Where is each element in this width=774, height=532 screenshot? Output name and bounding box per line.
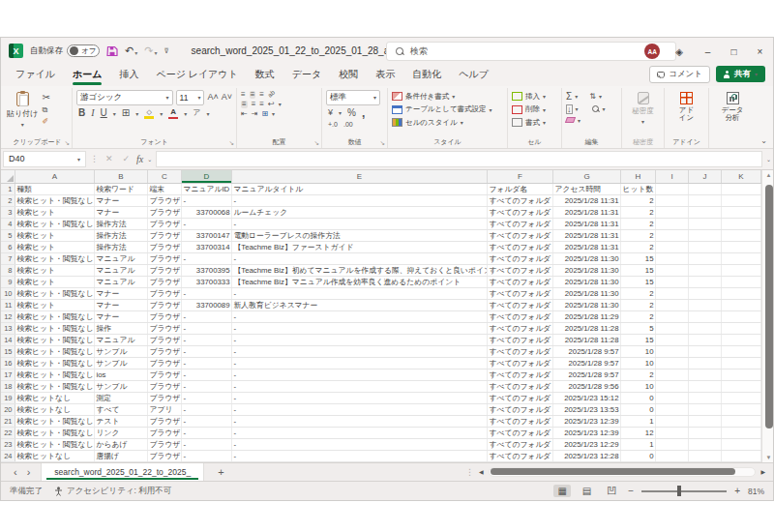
document-title[interactable]: search_word_2025_01_22_to_2025_01_28_a…∨ [192,45,408,56]
cell-E20[interactable]: - [232,404,488,415]
cell-D22[interactable]: - [182,428,232,438]
sheet-tab-active[interactable]: search_word_2025_01_22_to_2025_ [41,463,204,482]
cell-J8[interactable] [689,265,722,276]
cell-F11[interactable]: すべてのフォルダ [488,300,553,310]
cell-K9[interactable] [722,277,761,287]
cell-A18[interactable]: 検索ヒット・閲覧なし [15,381,95,392]
font-name-select[interactable]: 游ゴシック▾ [76,90,173,105]
cell-E2[interactable]: - [232,195,488,206]
cell-I1[interactable] [656,184,689,194]
cell-E4[interactable]: - [232,219,488,229]
cell-H19[interactable]: 0 [621,393,656,403]
cell-D10[interactable]: - [182,288,232,299]
cell-H12[interactable]: 2 [621,311,656,322]
zoom-in-button[interactable]: + [734,486,740,496]
cell-C19[interactable]: ブラウザ [148,393,182,403]
cell-I9[interactable] [656,277,689,287]
cell-E15[interactable]: - [232,346,488,357]
increase-indent-icon[interactable]: ⇥ [252,110,258,118]
cell-E6[interactable]: 【Teachme Biz】ファーストガイド [232,242,488,252]
cell-G1[interactable]: アクセス時間 [553,184,621,194]
row-header-6[interactable]: 6 [1,242,15,252]
cell-J20[interactable] [689,404,722,415]
cell-I10[interactable] [656,288,689,299]
cell-C15[interactable]: ブラウザ [148,346,182,357]
cell-G20[interactable]: 2025/1/23 13:53 [553,404,621,415]
sort-filter-icon[interactable]: ⇅ [589,93,596,101]
cell-J10[interactable] [689,288,722,299]
furigana-icon[interactable]: ア [193,109,200,117]
cell-G17[interactable]: 2025/1/28 9:57 [553,369,621,380]
conditional-formatting-button[interactable]: 条件付き書式▾ [392,92,492,102]
cell-K6[interactable] [722,242,761,252]
meet-now-icon[interactable]: ◈ [675,46,683,57]
cell-J21[interactable] [689,416,722,427]
cell-B6[interactable]: 操作方法 [95,242,148,252]
cell-F22[interactable]: すべてのフォルダ [488,428,553,438]
cancel-entry-icon[interactable]: ✕ [103,154,116,163]
format-as-table-button[interactable]: テーブルとして書式設定▾ [392,104,492,114]
column-header-K[interactable]: K [722,170,761,183]
cell-J19[interactable] [689,393,722,403]
cell-A12[interactable]: 検索ヒット・閲覧なし [15,311,95,322]
cell-H1[interactable]: ヒット数 [621,184,656,194]
cell-F20[interactable]: すべてのフォルダ [488,404,553,415]
cell-B3[interactable]: マナー [95,207,148,218]
tab-file[interactable]: ファイル [7,64,64,86]
tab-splitter-icon[interactable]: ⋮ [465,467,474,477]
cell-E13[interactable]: - [232,323,488,334]
cell-E10[interactable]: - [232,288,488,299]
tab-insert[interactable]: 挿入 [110,64,147,86]
cell-F6[interactable]: すべてのフォルダ [488,242,553,252]
cell-K5[interactable] [722,230,761,241]
cell-I7[interactable] [656,253,689,264]
cell-K16[interactable] [722,358,761,369]
cell-F4[interactable]: すべてのフォルダ [488,219,553,229]
cell-F9[interactable]: すべてのフォルダ [488,277,553,287]
cell-J3[interactable] [689,207,722,218]
cell-A22[interactable]: 検索ヒット・閲覧なし [15,428,95,438]
cell-G18[interactable]: 2025/1/28 9:56 [553,381,621,392]
column-header-G[interactable]: G [553,170,621,183]
wrap-text-icon[interactable]: ↩ [268,101,275,108]
cell-D21[interactable]: - [182,416,232,427]
cell-I3[interactable] [656,207,689,218]
cell-I14[interactable] [656,335,689,345]
page-break-view-icon[interactable]: 凹 [603,484,620,499]
column-header-F[interactable]: F [488,170,553,183]
merge-center-icon[interactable]: ⊞ [261,110,268,118]
cell-E12[interactable]: - [232,311,488,322]
cell-D15[interactable]: - [182,346,232,357]
cell-K22[interactable] [722,428,761,438]
cell-K15[interactable] [722,346,761,357]
cell-K3[interactable] [722,207,761,218]
row-header-19[interactable]: 19 [1,393,15,403]
copy-icon[interactable]: ⧉ [42,106,49,114]
autosave-control[interactable]: 自動保存 オフ [30,44,100,57]
name-box[interactable]: D40▾ [3,151,86,167]
align-bottom-icon[interactable]: ≡ [259,91,264,99]
borders-caret-icon[interactable]: ▾ [135,110,138,117]
cell-B18[interactable]: サンプル [95,381,148,392]
alignment-dialog-launcher-icon[interactable]: ↘ [314,139,319,147]
cell-J1[interactable] [689,184,722,194]
zoom-slider[interactable] [641,490,727,492]
minimize-button[interactable]: – [695,38,721,65]
cell-B22[interactable]: リンク [95,428,148,438]
cell-G6[interactable]: 2025/1/28 11:31 [553,242,621,252]
cell-D20[interactable]: - [182,404,232,415]
autosave-toggle[interactable]: オフ [67,44,100,57]
cell-C10[interactable]: ブラウザ [148,288,182,299]
maximize-button[interactable]: □ [721,38,747,65]
cell-D7[interactable]: - [182,253,232,264]
cell-D1[interactable]: マニュアルID [182,184,232,194]
cell-F18[interactable]: すべてのフォルダ [488,381,553,392]
expand-formula-bar-icon[interactable]: ⌄ [766,156,771,163]
cell-A5[interactable]: 検索ヒット [15,230,95,241]
cell-K18[interactable] [722,381,761,392]
row-header-11[interactable]: 11 [1,300,15,310]
cell-K12[interactable] [722,311,761,322]
tab-help[interactable]: ヘルプ [450,64,497,86]
zoom-out-button[interactable]: − [628,486,634,496]
cell-D9[interactable]: 33700333 [182,277,232,287]
